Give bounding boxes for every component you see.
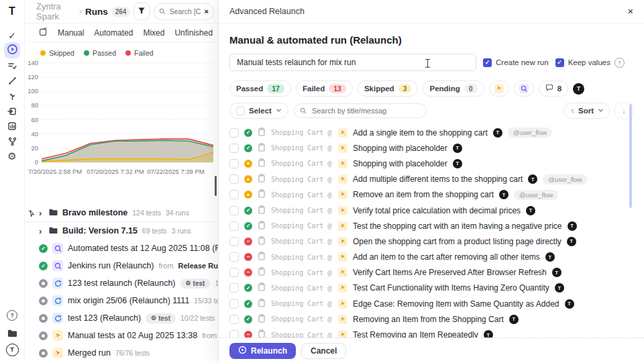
- run-list-item[interactable]: mix origin 25/06 (Relaunch) 1111 15/33 t…: [24, 292, 218, 309]
- run-list-item[interactable]: Jenkins run (Relaunch) from Release Run …: [24, 257, 218, 274]
- test-list-item[interactable]: Shopping Cart @... Add a single item to …: [229, 125, 633, 140]
- test-status-icon: [244, 160, 252, 168]
- clipboard-icon: [258, 189, 266, 201]
- sidebar-item-trend[interactable]: [4, 74, 20, 90]
- test-list-item[interactable]: Shopping Cart @... Add multiple differen…: [229, 172, 633, 187]
- help-icon[interactable]: ?: [614, 58, 625, 68]
- row-checkbox[interactable]: [229, 206, 239, 215]
- chevron-right-icon[interactable]: ›: [39, 227, 44, 236]
- run-name-input[interactable]: [229, 54, 476, 71]
- test-suite-path: Shopping Cart @...: [271, 191, 333, 199]
- tests-search-input[interactable]: [311, 106, 421, 115]
- row-checkbox[interactable]: [229, 221, 239, 231]
- row-checkbox[interactable]: [229, 190, 239, 199]
- chip-pending[interactable]: Pending0: [423, 81, 484, 97]
- test-list-item[interactable]: Shopping Cart @... Add an item to the ca…: [229, 250, 633, 265]
- sidebar-item-settings[interactable]: ⚙: [4, 148, 20, 164]
- test-list-item[interactable]: Shopping Cart @... Open the shopping car…: [229, 234, 633, 249]
- row-checkbox[interactable]: [229, 174, 239, 184]
- row-checkbox[interactable]: [229, 283, 239, 293]
- tab-unfinished[interactable]: Unfinished: [174, 28, 213, 38]
- app-window: T ✓ ⚙ ? T Zyntra Spark: [0, 0, 644, 363]
- test-list-item[interactable]: Shopping Cart @... Verify total price ca…: [229, 203, 633, 218]
- sidebar-item-docs[interactable]: [4, 326, 20, 342]
- runs-search[interactable]: ×: [154, 3, 214, 20]
- test-list-item[interactable]: Shopping Cart @... Shopping with placeho…: [229, 140, 633, 156]
- chip-passed[interactable]: Passed17: [229, 81, 291, 97]
- test-list-item[interactable]: Shopping Cart @... Verify Cart Items Are…: [229, 265, 633, 280]
- chip-manual-type[interactable]: [489, 81, 509, 97]
- run-list-item[interactable]: 123 test relaunch (Relaunch) ⚙test 15/23…: [24, 274, 218, 292]
- test-suite-path: Shopping Cart @...: [271, 129, 333, 136]
- row-checkbox[interactable]: [229, 159, 239, 168]
- run-from-label: from: [202, 331, 217, 340]
- row-checkbox[interactable]: [229, 268, 239, 277]
- chip-skipped[interactable]: Skipped3: [358, 81, 419, 97]
- sidebar-item-plans[interactable]: [4, 59, 20, 75]
- row-checkbox[interactable]: [229, 299, 239, 309]
- test-title: Removing an Item from the Shopping Cart: [353, 315, 504, 324]
- relaunch-button[interactable]: Relaunch: [229, 343, 296, 359]
- select-all-icon[interactable]: [39, 27, 48, 39]
- tab-automated[interactable]: Automated: [94, 28, 133, 38]
- test-list-item[interactable]: Shopping Cart @... Shopping with placeho…: [229, 156, 633, 171]
- run-status-icon: [39, 331, 48, 340]
- assignee-avatar[interactable]: T: [573, 83, 584, 95]
- run-list-item[interactable]: Merged run 76/76 tests: [24, 344, 218, 362]
- breadcrumb-app[interactable]: Zyntra Spark: [36, 1, 76, 21]
- test-list-item[interactable]: Shopping Cart @... Edge Case: Removing I…: [229, 296, 633, 311]
- svg-text:07/20/2025 7:32 PM: 07/20/2025 7:32 PM: [87, 168, 144, 175]
- clear-search-icon[interactable]: ×: [205, 7, 209, 15]
- clipboard-icon: [258, 220, 266, 232]
- app-logo[interactable]: T: [4, 3, 20, 19]
- test-list-item[interactable]: Shopping Cart @... Remove an item from t…: [229, 187, 633, 203]
- manual-test-icon: [338, 159, 347, 168]
- chip-automated-type[interactable]: [514, 81, 534, 97]
- test-suite-path: Shopping Cart @...: [271, 238, 333, 245]
- run-list-item[interactable]: › Bravo milestone 124 tests34 runs: [24, 204, 218, 222]
- chip-comments[interactable]: 8: [539, 81, 568, 97]
- row-checkbox[interactable]: [229, 128, 239, 138]
- run-list-item[interactable]: test 123 (Relaunch) ⚙test 10/22 tests: [24, 309, 218, 327]
- sort-dropdown[interactable]: ↑↓ Sort: [564, 103, 610, 119]
- manual-test-icon: [338, 174, 347, 184]
- run-name: test 123 (Relaunch): [68, 313, 141, 323]
- sidebar-item-reports[interactable]: [4, 119, 20, 136]
- row-checkbox[interactable]: [229, 252, 239, 262]
- checkbox-checked-icon: [555, 58, 564, 67]
- filter-button[interactable]: [133, 3, 150, 20]
- run-list-item[interactable]: › Build: Version 7.15 69 tests3 runs: [24, 222, 218, 240]
- chip-failed[interactable]: Failed13: [296, 81, 353, 97]
- user-avatar[interactable]: T: [4, 342, 20, 358]
- select-dropdown[interactable]: Select: [229, 103, 288, 119]
- tests-search[interactable]: [294, 103, 427, 118]
- test-list-item[interactable]: Shopping Cart @... Test Cart Functionali…: [229, 280, 633, 296]
- comment-icon: [545, 84, 553, 93]
- test-title: Remove an item from the shopping cart: [353, 190, 494, 199]
- run-list-item[interactable]: Automated tests at 12 Aug 2025 11:08 (Re…: [24, 240, 218, 257]
- modal-scrollbar[interactable]: [629, 104, 632, 208]
- run-list-item[interactable]: Manual tests at 02 Aug 2025 13:38 from C…: [24, 327, 218, 344]
- cancel-button[interactable]: Cancel: [301, 343, 346, 359]
- keep-values-checkbox[interactable]: Keep values ?: [555, 58, 625, 68]
- create-new-run-checkbox[interactable]: Create new run: [483, 58, 549, 67]
- sidebar-item-help[interactable]: ?: [4, 307, 20, 323]
- import-icon: [7, 107, 17, 119]
- tab-manual[interactable]: Manual: [58, 28, 84, 38]
- left-scrollbar[interactable]: [215, 176, 217, 196]
- sidebar-item-tests[interactable]: ✓: [4, 28, 20, 44]
- chevron-right-icon[interactable]: ›: [39, 209, 44, 217]
- manual-test-icon: [338, 144, 347, 153]
- sidebar-item-sprout[interactable]: [4, 89, 20, 105]
- close-icon[interactable]: ×: [628, 6, 633, 17]
- test-list-item[interactable]: Shopping Cart @... Removing an Item from…: [229, 311, 633, 327]
- runs-search-input[interactable]: [168, 7, 202, 16]
- tab-mixed[interactable]: Mixed: [143, 28, 164, 38]
- test-list-item[interactable]: Shopping Cart @... Test the shopping car…: [229, 218, 633, 234]
- row-checkbox[interactable]: [229, 237, 239, 246]
- sidebar-item-import[interactable]: [4, 105, 20, 121]
- row-checkbox[interactable]: [229, 144, 239, 153]
- assignee-avatar: T: [499, 190, 508, 199]
- row-checkbox[interactable]: [229, 315, 239, 324]
- sidebar-item-runs[interactable]: [4, 42, 20, 58]
